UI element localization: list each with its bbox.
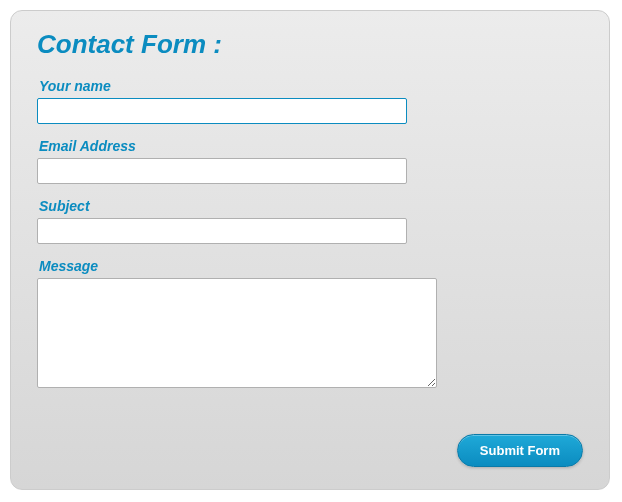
submit-button[interactable]: Submit Form <box>457 434 583 467</box>
email-label: Email Address <box>39 138 583 154</box>
field-message: Message <box>37 258 583 392</box>
email-input[interactable] <box>37 158 407 184</box>
subject-input[interactable] <box>37 218 407 244</box>
panel-title: Contact Form : <box>37 29 583 60</box>
contact-form-panel: Contact Form : Your name Email Address S… <box>10 10 610 490</box>
subject-label: Subject <box>39 198 583 214</box>
field-email: Email Address <box>37 138 583 184</box>
field-subject: Subject <box>37 198 583 244</box>
message-label: Message <box>39 258 583 274</box>
field-name: Your name <box>37 78 583 124</box>
name-input[interactable] <box>37 98 407 124</box>
message-textarea[interactable] <box>37 278 437 388</box>
name-label: Your name <box>39 78 583 94</box>
